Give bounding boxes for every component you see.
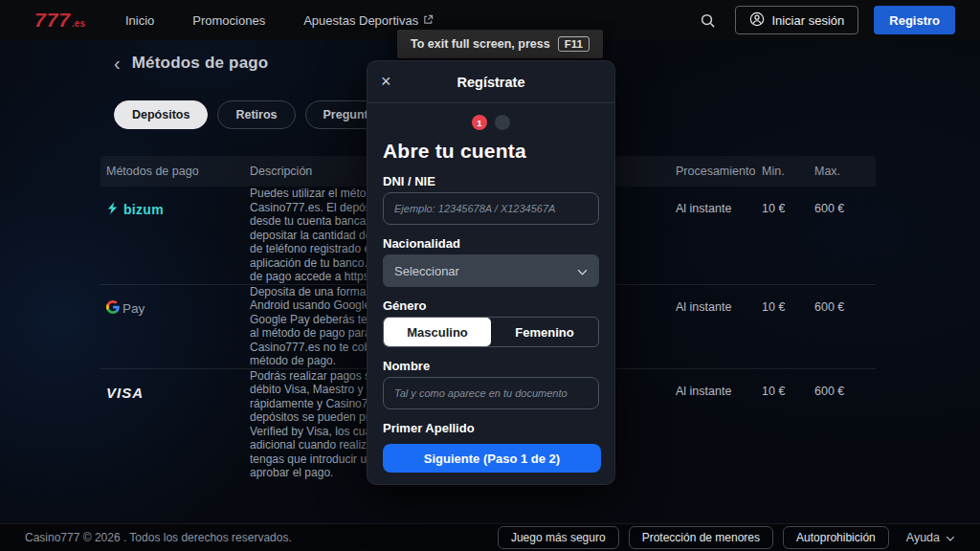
name-label: Nombre bbox=[383, 359, 599, 373]
modal-header: × Regístrate bbox=[368, 61, 614, 103]
row-max: 600 € bbox=[809, 369, 876, 398]
nationality-label: Nacionalidad bbox=[383, 236, 599, 251]
copyright-text: Casino777 © 2026 . Todos los derechos re… bbox=[25, 531, 292, 544]
login-button[interactable]: Iniciar sesión bbox=[735, 6, 858, 34]
chevron-down-icon bbox=[577, 264, 588, 278]
col-header-metodos: Métodos de pago bbox=[100, 165, 244, 178]
back-chevron-icon[interactable]: ‹ bbox=[114, 54, 121, 73]
step-indicator: 1 bbox=[383, 115, 599, 130]
gender-label: Género bbox=[383, 298, 599, 313]
f11-key-badge: F11 bbox=[558, 36, 590, 52]
bizum-logo: bizum bbox=[100, 187, 244, 217]
page-footer: Casino777 © 2026 . Todos los derechos re… bbox=[0, 523, 980, 551]
row-max: 600 € bbox=[809, 187, 876, 215]
google-g-icon bbox=[106, 300, 120, 317]
help-menu[interactable]: Ayuda bbox=[906, 531, 955, 544]
gender-option-masculino[interactable]: Masculino bbox=[384, 318, 491, 346]
logo-777: 777 bbox=[34, 9, 71, 32]
close-icon[interactable]: × bbox=[381, 71, 391, 92]
nav-item-promociones[interactable]: Promociones bbox=[192, 13, 265, 28]
external-link-icon bbox=[423, 13, 434, 28]
dni-input[interactable] bbox=[383, 192, 599, 225]
row-processing: Al instante bbox=[670, 187, 756, 215]
modal-title: Regístrate bbox=[457, 75, 525, 90]
dni-label: DNI / NIE bbox=[383, 174, 599, 188]
minor-protection-button[interactable]: Protección de menores bbox=[629, 526, 773, 549]
col-header-procesamiento: Procesamiento bbox=[670, 165, 756, 178]
visa-logo: VISA bbox=[100, 369, 244, 401]
row-min: 10 € bbox=[756, 187, 809, 215]
row-processing: Al instante bbox=[670, 285, 756, 314]
next-step-button[interactable]: Siguiente (Paso 1 de 2) bbox=[383, 444, 601, 473]
surname-label: Primer Apellido bbox=[383, 421, 599, 435]
user-icon bbox=[749, 11, 765, 30]
col-header-min: Min. bbox=[756, 165, 809, 178]
logo-es: .es bbox=[72, 18, 85, 29]
self-exclusion-button[interactable]: Autoprohibición bbox=[783, 526, 889, 549]
fullscreen-exit-toast: To exit full screen, press F11 bbox=[397, 30, 603, 58]
col-header-max: Max. bbox=[809, 165, 876, 178]
chevron-down-icon bbox=[946, 531, 955, 544]
modal-body: 1 Abre tu cuenta DNI / NIE Nacionalidad … bbox=[368, 103, 614, 435]
main-nav: Inicio Promociones Apuestas Deportivas bbox=[125, 13, 434, 28]
tab-depositos[interactable]: Depósitos bbox=[114, 100, 208, 129]
row-min: 10 € bbox=[756, 369, 809, 398]
safer-gaming-button[interactable]: Juego más seguro bbox=[498, 526, 619, 549]
name-input[interactable] bbox=[383, 377, 599, 409]
modal-heading: Abre tu cuenta bbox=[383, 140, 599, 163]
gender-segmented-control: Masculino Femenino bbox=[383, 317, 599, 347]
gender-option-femenino[interactable]: Femenino bbox=[491, 318, 598, 346]
row-processing: Al instante bbox=[670, 369, 756, 398]
nav-item-inicio[interactable]: Inicio bbox=[125, 13, 154, 28]
step-dot-2[interactable] bbox=[495, 115, 510, 130]
brand-logo[interactable]: 777 .es bbox=[34, 9, 85, 32]
search-icon[interactable] bbox=[695, 8, 720, 33]
nationality-selected-value: Seleccionar bbox=[394, 264, 459, 278]
nav-item-apuestas-deportivas[interactable]: Apuestas Deportivas bbox=[303, 13, 434, 28]
register-button[interactable]: Registro bbox=[874, 6, 955, 34]
bizum-icon bbox=[106, 202, 119, 217]
tab-retiros[interactable]: Retiros bbox=[217, 100, 295, 129]
google-pay-logo: Pay bbox=[100, 285, 244, 317]
nationality-select[interactable]: Seleccionar bbox=[383, 254, 599, 287]
row-max: 600 € bbox=[809, 285, 876, 314]
registration-modal: × Regístrate 1 Abre tu cuenta DNI / NIE … bbox=[367, 60, 615, 485]
toast-text: To exit full screen, press bbox=[411, 37, 550, 51]
row-min: 10 € bbox=[756, 285, 809, 314]
step-dot-1[interactable]: 1 bbox=[472, 115, 487, 130]
page-title: Métodos de pago bbox=[132, 54, 269, 73]
